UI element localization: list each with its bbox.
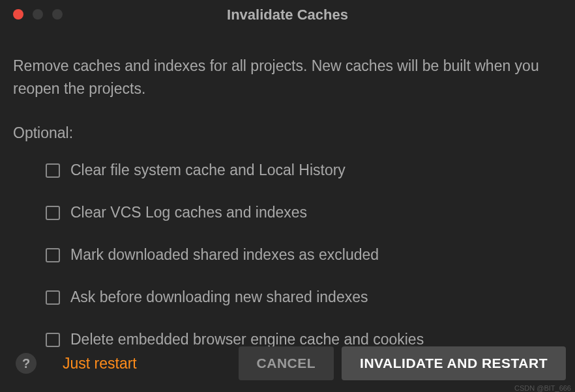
dialog-content: Remove caches and indexes for all projec…: [0, 22, 575, 348]
close-icon[interactable]: [13, 9, 23, 20]
description-text: Remove caches and indexes for all projec…: [13, 55, 562, 100]
option-label: Delete embedded browser engine cache and…: [70, 331, 424, 348]
option-clear-file-system[interactable]: Clear file system cache and Local Histor…: [46, 161, 562, 179]
checkbox[interactable]: [46, 163, 60, 178]
window-title: Invalidate Caches: [13, 7, 562, 23]
optional-label: Optional:: [13, 124, 562, 142]
option-ask-before-download[interactable]: Ask before downloading new shared indexe…: [46, 288, 562, 306]
dialog-footer: ? Just restart CANCEL INVALIDATE AND RES…: [0, 346, 575, 380]
option-label: Ask before downloading new shared indexe…: [70, 288, 368, 306]
minimize-icon[interactable]: [33, 9, 43, 20]
checkbox[interactable]: [46, 248, 60, 262]
option-label: Clear file system cache and Local Histor…: [70, 161, 346, 179]
checkbox[interactable]: [46, 206, 60, 220]
option-label: Mark downloaded shared indexes as exclud…: [70, 246, 379, 264]
invalidate-restart-button[interactable]: INVALIDATE AND RESTART: [342, 346, 566, 380]
maximize-icon[interactable]: [52, 9, 63, 20]
option-mark-excluded[interactable]: Mark downloaded shared indexes as exclud…: [46, 246, 562, 264]
traffic-lights: [13, 9, 63, 20]
cancel-button[interactable]: CANCEL: [239, 346, 334, 380]
checkbox[interactable]: [46, 290, 60, 305]
options-list: Clear file system cache and Local Histor…: [13, 161, 562, 348]
watermark: CSDN @BIT_666: [514, 384, 571, 392]
option-label: Clear VCS Log caches and indexes: [70, 204, 307, 221]
option-delete-browser-cache[interactable]: Delete embedded browser engine cache and…: [46, 331, 562, 348]
titlebar: Invalidate Caches: [0, 0, 575, 22]
help-icon[interactable]: ?: [16, 353, 37, 374]
just-restart-link[interactable]: Just restart: [63, 355, 137, 372]
option-clear-vcs-log[interactable]: Clear VCS Log caches and indexes: [46, 204, 562, 221]
checkbox[interactable]: [46, 333, 60, 347]
